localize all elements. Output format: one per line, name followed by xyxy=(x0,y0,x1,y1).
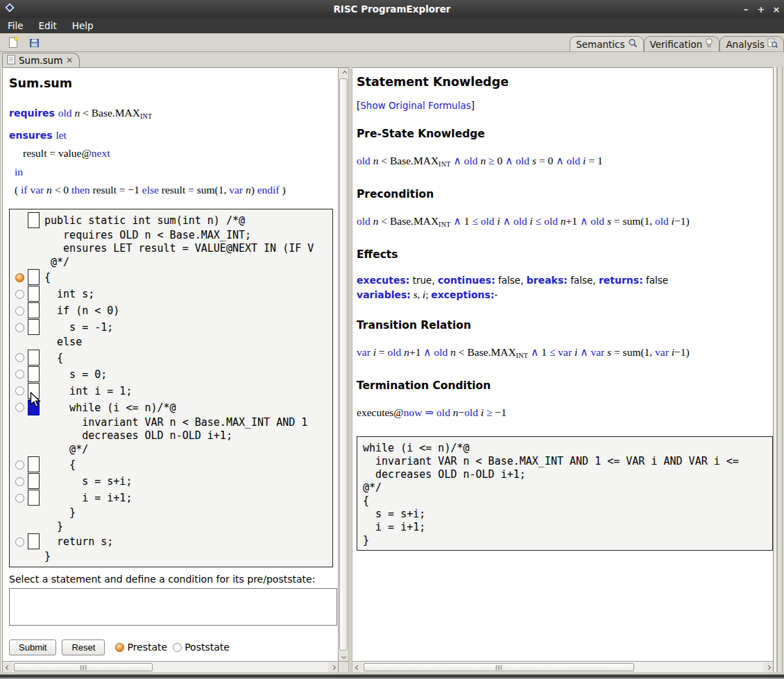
menu-help[interactable]: Help xyxy=(65,20,101,31)
code-line: while (i <= n)/*@ xyxy=(15,399,332,416)
code-line: @*/ xyxy=(15,256,332,270)
statement-checkbox[interactable] xyxy=(28,383,40,399)
code-line: if (n < 0) xyxy=(15,302,332,319)
maximize-button[interactable]: + xyxy=(753,4,769,15)
section-prestate-heading: Pre-State Knowledge xyxy=(357,128,773,140)
knowledge-title: Statement Knowledge xyxy=(357,75,773,89)
bulb-icon xyxy=(705,38,713,50)
statement-radio[interactable] xyxy=(15,370,24,379)
section-transition-heading: Transition Relation xyxy=(357,319,773,332)
tab-analysis[interactable]: Analysis xyxy=(719,36,784,51)
section-effects-heading: Effects xyxy=(357,248,773,261)
statement-checkbox[interactable] xyxy=(28,366,40,382)
code-line: int i = 1; xyxy=(15,383,332,399)
statement-checkbox[interactable] xyxy=(28,302,40,318)
scroll-down-icon[interactable] xyxy=(339,651,348,661)
prestate-formula: old n < Base.MAXINT ∧ old n ≥ 0 ∧ old s … xyxy=(357,154,773,171)
program-pane-content: Sum.sum requires old n < Base.MAXINT ens… xyxy=(3,68,338,661)
left-hscroll-thumb[interactable] xyxy=(14,663,153,671)
scroll-left-icon[interactable] xyxy=(3,662,12,672)
statement-radio[interactable] xyxy=(15,494,24,503)
toolbar: Semantics Verification Analysis xyxy=(0,33,784,52)
code-text: invariant VAR n < Base.MAX_INT AND 1 xyxy=(40,416,307,430)
statement-checkbox[interactable] xyxy=(28,286,40,302)
menu-file[interactable]: File xyxy=(0,20,31,31)
scrollbar-corner xyxy=(338,661,348,672)
tab-close-icon[interactable]: ✕ xyxy=(66,55,72,65)
condition-actions: Submit Reset Prestate Poststate xyxy=(9,639,338,655)
code-listing: public static int sum(int n) /*@ require… xyxy=(9,209,333,567)
statement-checkbox[interactable] xyxy=(28,319,40,335)
section-precondition-heading: Precondition xyxy=(357,188,773,200)
tab-semantics[interactable]: Semantics xyxy=(570,36,643,51)
menu-edit[interactable]: Edit xyxy=(31,20,65,31)
statement-radio[interactable] xyxy=(15,307,24,316)
editor-tab-sum[interactable]: Sum.sum ✕ xyxy=(2,53,80,67)
spec-in-line: in xyxy=(9,163,338,182)
title-bar: RISC ProgramExplorer – + × xyxy=(0,0,784,18)
poststate-radio[interactable] xyxy=(173,643,182,652)
code-text: int i = 1; xyxy=(40,383,132,399)
show-original-formulas-link[interactable]: [Show Original Formulas] xyxy=(357,100,773,111)
code-box-line: { xyxy=(363,495,772,508)
code-text: } xyxy=(40,520,63,534)
save-icon[interactable] xyxy=(26,35,42,49)
prestate-option[interactable]: Prestate xyxy=(115,642,167,653)
statement-radio[interactable] xyxy=(15,538,24,547)
scroll-right-icon[interactable] xyxy=(763,662,773,672)
statement-radio[interactable] xyxy=(15,273,24,282)
program-pane: Sum.sum requires old n < Base.MAXINT ens… xyxy=(3,67,348,672)
scroll-up-icon[interactable] xyxy=(339,68,348,78)
statement-radio[interactable] xyxy=(15,353,24,362)
statement-radio[interactable] xyxy=(15,290,24,299)
app-window: RISC ProgramExplorer – + × File Edit Hel… xyxy=(0,0,784,679)
analysis-magnifier-icon xyxy=(767,38,778,50)
statement-checkbox[interactable] xyxy=(28,473,40,489)
left-horizontal-scrollbar[interactable] xyxy=(3,661,338,672)
minimize-button[interactable]: – xyxy=(738,4,753,15)
statement-radio[interactable] xyxy=(15,403,24,412)
new-file-icon[interactable] xyxy=(6,35,21,49)
scroll-right-icon[interactable] xyxy=(328,662,338,672)
code-line: int s; xyxy=(15,286,332,302)
statement-checkbox[interactable] xyxy=(28,212,40,228)
code-line: decreases OLD n-OLD i+1; xyxy=(15,429,332,443)
code-line: { xyxy=(15,350,332,366)
spec-result-line: result = value@next xyxy=(9,144,338,163)
right-horizontal-scrollbar[interactable] xyxy=(352,661,773,672)
prestate-radio[interactable] xyxy=(115,643,124,652)
tab-semantics-label: Semantics xyxy=(576,39,624,50)
statement-checkbox[interactable] xyxy=(28,490,40,506)
statement-checkbox[interactable] xyxy=(28,533,40,549)
statement-radio[interactable] xyxy=(15,323,24,332)
code-text: else xyxy=(40,336,82,350)
code-text: int s; xyxy=(40,286,94,302)
reset-button[interactable]: Reset xyxy=(62,639,105,655)
effects-block: executes: true, continues: false, breaks… xyxy=(357,273,773,302)
statement-checkbox[interactable] xyxy=(28,269,40,285)
code-text: i = i+1; xyxy=(40,490,132,506)
code-line: @*/ xyxy=(15,443,332,457)
poststate-option[interactable]: Poststate xyxy=(173,642,230,653)
transition-formula: var i = old n+1 ∧ old n < Base.MAXINT ∧ … xyxy=(357,345,773,363)
code-text: @*/ xyxy=(40,443,88,457)
tab-verification[interactable]: Verification xyxy=(644,36,720,51)
statement-radio[interactable] xyxy=(15,477,24,486)
close-button[interactable]: × xyxy=(769,4,784,15)
left-vertical-scrollbar[interactable] xyxy=(338,68,348,661)
statement-checkbox[interactable] xyxy=(28,399,40,415)
code-line: ensures LET result = VALUE@NEXT IN (IF V xyxy=(15,242,332,256)
scroll-left-icon[interactable] xyxy=(352,662,362,672)
left-vscroll-thumb[interactable] xyxy=(339,78,348,651)
submit-button[interactable]: Submit xyxy=(9,639,56,655)
statement-radio[interactable] xyxy=(15,386,24,395)
condition-input[interactable] xyxy=(9,588,337,626)
statement-checkbox[interactable] xyxy=(28,350,40,366)
code-box-line: } xyxy=(363,534,772,547)
right-hscroll-thumb[interactable] xyxy=(364,663,634,671)
code-text: { xyxy=(40,269,51,286)
statement-checkbox[interactable] xyxy=(28,456,40,472)
statement-radio[interactable] xyxy=(15,461,24,470)
code-line: { xyxy=(15,269,332,286)
code-line: invariant VAR n < Base.MAX_INT AND 1 xyxy=(15,416,332,430)
